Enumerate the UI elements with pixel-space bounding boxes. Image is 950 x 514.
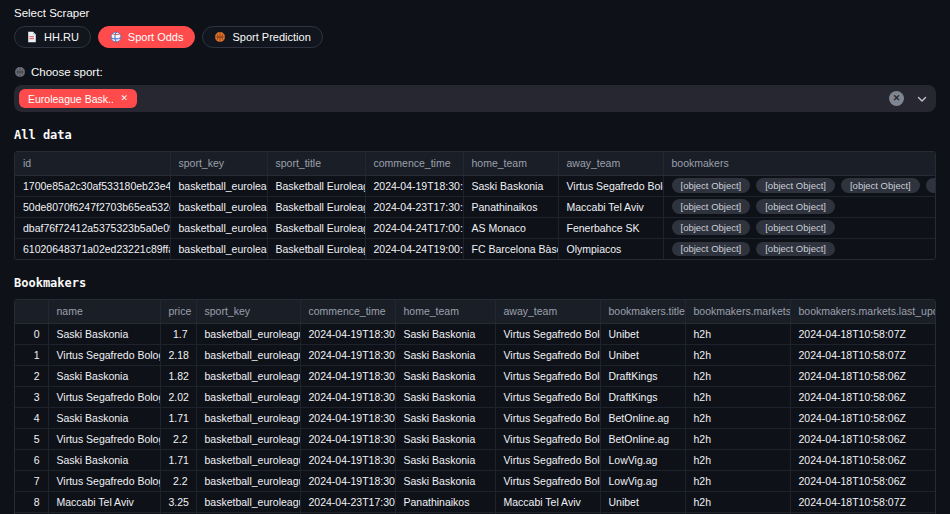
cell[interactable]: DraftKings [600,386,685,407]
cell[interactable]: Virtus Segafredo Bologna [495,344,600,365]
column-header[interactable]: sport_key [196,300,300,323]
cell[interactable]: 2024-04-18T10:58:07Z [790,323,935,344]
cell[interactable]: Saski Baskonia [48,407,160,428]
column-header[interactable]: price [160,300,196,323]
pill-hhru[interactable]: HH.RU [14,26,91,48]
column-header[interactable]: sport_key [170,152,267,175]
cell[interactable]: 0 [15,323,48,344]
cell[interactable]: basketball_euroleague [170,175,267,196]
cell[interactable]: 6 [15,449,48,470]
cell[interactable]: h2h [685,449,790,470]
cell[interactable]: basketball_euroleague [196,386,300,407]
cell[interactable]: basketball_euroleague [196,491,300,512]
cell[interactable]: 1.71 [160,449,196,470]
cell[interactable]: Basketball Euroleague [267,217,365,238]
cell[interactable]: 2 [15,365,48,386]
cell[interactable]: Virtus Segafredo Bologna [48,470,160,491]
cell[interactable]: 1 [15,344,48,365]
column-header[interactable]: id [15,152,170,175]
cell[interactable]: h2h [685,344,790,365]
selected-sport-tag[interactable]: Euroleague Bask... ✕ [19,89,137,108]
cell[interactable]: Virtus Segafredo Bologna [558,175,663,196]
column-header[interactable]: bookmakers [663,152,935,175]
cell[interactable]: Saski Baskonia [395,323,495,344]
cell[interactable]: Saski Baskonia [395,365,495,386]
column-header[interactable]: bookmakers.title [600,300,685,323]
cell[interactable]: Maccabi Tel Aviv [48,491,160,512]
cell[interactable]: Basketball Euroleague [267,238,365,259]
cell[interactable]: 2.2 [160,428,196,449]
cell[interactable]: Saski Baskonia [48,449,160,470]
cell[interactable]: 2024-04-18T10:58:06Z [790,470,935,491]
cell[interactable]: 2024-04-19T18:30:00Z [300,470,395,491]
cell[interactable]: basketball_euroleague [196,470,300,491]
cell[interactable]: 2024-04-19T18:30:00Z [365,175,463,196]
cell[interactable]: h2h [685,428,790,449]
cell[interactable]: 2024-04-19T18:30:00Z [300,407,395,428]
pill-sport-odds[interactable]: Sport Odds [98,26,196,48]
cell[interactable]: Unibet [600,491,685,512]
cell[interactable]: Panathinaikos [395,491,495,512]
cell[interactable]: Fenerbahce SK [558,217,663,238]
cell[interactable]: [object Object][object Object][object Ob… [663,175,935,196]
column-header[interactable]: name [48,300,160,323]
cell[interactable]: 4 [15,407,48,428]
cell[interactable]: Saski Baskonia [395,449,495,470]
clear-all-icon[interactable]: ✕ [889,91,904,106]
column-header[interactable]: home_team [395,300,495,323]
cell[interactable]: [object Object][object Object] [663,217,935,238]
cell[interactable]: 2024-04-19T18:30:00Z [300,365,395,386]
cell[interactable]: 2024-04-18T10:58:06Z [790,386,935,407]
cell[interactable]: basketball_euroleague [196,365,300,386]
cell[interactable]: Saski Baskonia [395,470,495,491]
column-header[interactable]: away_team [558,152,663,175]
cell[interactable]: basketball_euroleague [196,449,300,470]
cell[interactable]: 2024-04-18T10:58:07Z [790,491,935,512]
sport-multiselect[interactable]: Euroleague Bask... ✕ ✕ [14,85,936,112]
cell[interactable]: 1700e85a2c30af533180eb23e42cba33 [15,175,170,196]
cell[interactable]: Virtus Segafredo Bologna [495,323,600,344]
chevron-down-icon[interactable] [916,93,928,105]
cell[interactable]: Basketball Euroleague [267,196,365,217]
column-header[interactable]: away_team [495,300,600,323]
cell[interactable]: 2.2 [160,470,196,491]
cell[interactable]: DraftKings [600,365,685,386]
cell[interactable]: 2024-04-24T17:00:00Z [365,217,463,238]
cell[interactable]: Saski Baskonia [395,407,495,428]
cell[interactable]: 2024-04-19T18:30:00Z [300,344,395,365]
cell[interactable]: BetOnline.ag [600,428,685,449]
cell[interactable]: FC Barcelona Bàsquet [463,238,558,259]
column-header[interactable]: bookmakers.markets.last_update [790,300,935,323]
cell[interactable]: Virtus Segafredo Bologna [48,428,160,449]
cell[interactable]: Saski Baskonia [48,323,160,344]
cell[interactable]: Maccabi Tel Aviv [558,196,663,217]
cell[interactable]: basketball_euroleague [170,196,267,217]
cell[interactable]: h2h [685,470,790,491]
remove-tag-icon[interactable]: ✕ [120,94,128,103]
cell[interactable]: [object Object][object Object] [663,196,935,217]
cell[interactable]: Virtus Segafredo Bologna [495,407,600,428]
cell[interactable]: h2h [685,407,790,428]
cell[interactable]: h2h [685,491,790,512]
cell[interactable]: 1.82 [160,365,196,386]
cell[interactable]: 2024-04-18T10:58:06Z [790,449,935,470]
cell[interactable]: 61020648371a02ed23221c89ffa91a84 [15,238,170,259]
cell[interactable]: 2.18 [160,344,196,365]
cell[interactable]: basketball_euroleague [170,238,267,259]
cell[interactable]: Saski Baskonia [48,365,160,386]
cell[interactable]: Virtus Segafredo Bologna [495,428,600,449]
cell[interactable]: basketball_euroleague [196,344,300,365]
cell[interactable]: Unibet [600,344,685,365]
column-header[interactable]: commence_time [365,152,463,175]
column-header[interactable] [15,300,48,323]
cell[interactable]: 2024-04-18T10:58:06Z [790,365,935,386]
cell[interactable]: 2024-04-18T10:58:06Z [790,428,935,449]
pill-sport-prediction[interactable]: Sport Prediction [202,26,322,48]
cell[interactable]: Virtus Segafredo Bologna [48,386,160,407]
cell[interactable]: 2024-04-24T19:00:00Z [365,238,463,259]
cell[interactable]: 2024-04-19T18:30:00Z [300,323,395,344]
cell[interactable]: 3 [15,386,48,407]
cell[interactable]: basketball_euroleague [196,428,300,449]
column-header[interactable]: bookmakers.markets.key [685,300,790,323]
cell[interactable]: AS Monaco [463,217,558,238]
